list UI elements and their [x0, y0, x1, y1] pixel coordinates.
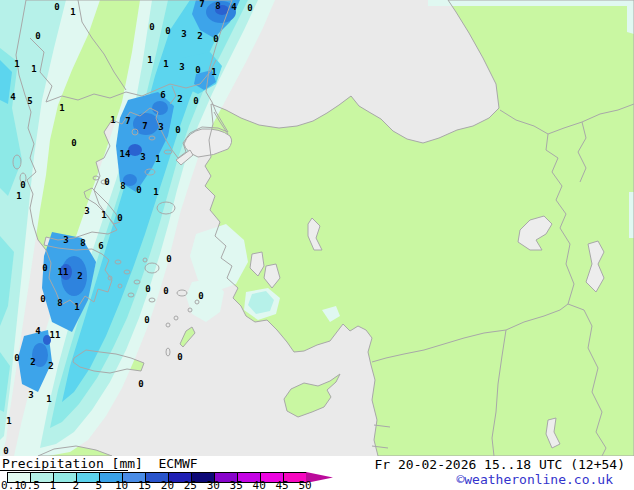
precip-value: 1 — [153, 187, 158, 197]
precip-value: 0 — [247, 3, 252, 13]
tick-label-15: 15 — [138, 481, 151, 490]
precip-value: 0 — [213, 34, 218, 44]
precip-value: 0 — [40, 294, 45, 304]
precip-value: 7 — [142, 121, 147, 131]
precip-value: 1 — [74, 302, 79, 312]
precip-value: 6 — [160, 90, 165, 100]
weather-map-page: 0178400003201111301456201177300143100801… — [0, 0, 634, 490]
tick-label-2: 2 — [72, 481, 79, 490]
precip-value: 1 — [14, 59, 19, 69]
map-canvas: 0178400003201111301456201177300143100801… — [0, 0, 634, 456]
precip-value: 11 — [50, 330, 61, 340]
precip-value: 0 — [163, 286, 168, 296]
tick-label-0.1: 0.1 — [1, 481, 21, 490]
precip-value: 3 — [181, 29, 186, 39]
legend-bar: Precipitation [mm] ECMWF 0.10.5125101520… — [0, 456, 634, 490]
precip-value: 0 — [195, 65, 200, 75]
legend-underline — [0, 470, 128, 471]
precip-value: 7 — [199, 0, 204, 9]
precip-value: 1 — [59, 103, 64, 113]
precip-value: 0 — [54, 2, 59, 12]
tick-label-35: 35 — [230, 481, 243, 490]
precip-value: 0 — [198, 291, 203, 301]
tick-label-45: 45 — [275, 481, 288, 490]
precip-value: 0 — [149, 22, 154, 32]
precip-value: 2 — [48, 361, 53, 371]
precip-value: 8 — [80, 238, 85, 248]
tick-label-5: 5 — [95, 481, 102, 490]
legend-unit: [mm] — [112, 456, 143, 471]
precip-value: 14 — [120, 149, 131, 159]
legend-model: ECMWF — [159, 456, 198, 471]
precip-value: 0 — [165, 26, 170, 36]
precip-value: 4 — [35, 326, 41, 336]
tick-label-50: 50 — [298, 481, 311, 490]
precip-value: 0 — [145, 284, 150, 294]
precip-value: 4 — [10, 92, 16, 102]
precip-value: 3 — [158, 122, 163, 132]
precip-value: 6 — [98, 241, 103, 251]
tick-label-40: 40 — [253, 481, 266, 490]
precipitation-map: 0178400003201111301456201177300143100801… — [0, 0, 634, 456]
legend-title: Precipitation [mm] ECMWF — [2, 456, 198, 471]
tick-label-30: 30 — [207, 481, 220, 490]
precip-value: 3 — [84, 206, 89, 216]
precip-value: 1 — [110, 115, 115, 125]
precip-value: 0 — [3, 446, 8, 456]
precip-value: 5 — [27, 96, 32, 106]
tick-label-20: 20 — [161, 481, 174, 490]
precip-value: 1 — [163, 59, 168, 69]
precip-value: 0 — [166, 254, 171, 264]
precip-value: 8 — [57, 298, 62, 308]
precip-value: 0 — [177, 352, 182, 362]
precip-value: 3 — [28, 390, 33, 400]
precip-value: 1 — [211, 67, 216, 77]
copyright-link[interactable]: ©weatheronline.co.uk — [456, 472, 613, 487]
precip-value: 1 — [6, 416, 11, 426]
precip-value: 11 — [58, 267, 69, 277]
precip-value: 1 — [16, 191, 21, 201]
precip-value: 2 — [30, 357, 35, 367]
tick-label-1: 1 — [50, 481, 57, 490]
precip-value: 1 — [31, 64, 36, 74]
legend-title-text: Precipitation — [2, 456, 104, 471]
precip-value: 3 — [179, 62, 184, 72]
precip-value: 0 — [104, 177, 109, 187]
precip-value: 0 — [20, 180, 25, 190]
precip-value: 3 — [140, 152, 145, 162]
precip-value: 8 — [120, 181, 125, 191]
precip-value: 0 — [175, 125, 180, 135]
precip-value: 0 — [35, 31, 40, 41]
precip-value: 1 — [46, 394, 51, 404]
precip-value: 0 — [71, 138, 76, 148]
precip-value: 0 — [138, 379, 143, 389]
precip-value: 1 — [155, 154, 160, 164]
precip-value: 8 — [215, 1, 220, 11]
precip-value: 0 — [42, 263, 47, 273]
precip-value: 0 — [14, 353, 19, 363]
precip-value: 2 — [77, 271, 82, 281]
precip-value: 7 — [125, 116, 130, 126]
precip-value: 3 — [63, 235, 68, 245]
tick-label-0.5: 0.5 — [20, 481, 40, 490]
tick-label-25: 25 — [184, 481, 197, 490]
forecast-datetime: Fr 20-02-2026 15..18 UTC (12+54) — [375, 457, 625, 472]
precip-value: 1 — [147, 55, 152, 65]
precip-value: 0 — [193, 96, 198, 106]
colorbar-tick-labels: 0.10.5125101520253035404550 — [0, 481, 340, 490]
precip-value: 4 — [231, 2, 237, 12]
precip-value: 1 — [101, 210, 106, 220]
precip-value: 0 — [117, 213, 122, 223]
precip-value: 0 — [136, 185, 141, 195]
precip-value: 1 — [70, 7, 75, 17]
tick-label-10: 10 — [115, 481, 128, 490]
precip-value: 2 — [197, 31, 202, 41]
precip-value: 2 — [177, 94, 182, 104]
precip-value: 0 — [144, 315, 149, 325]
